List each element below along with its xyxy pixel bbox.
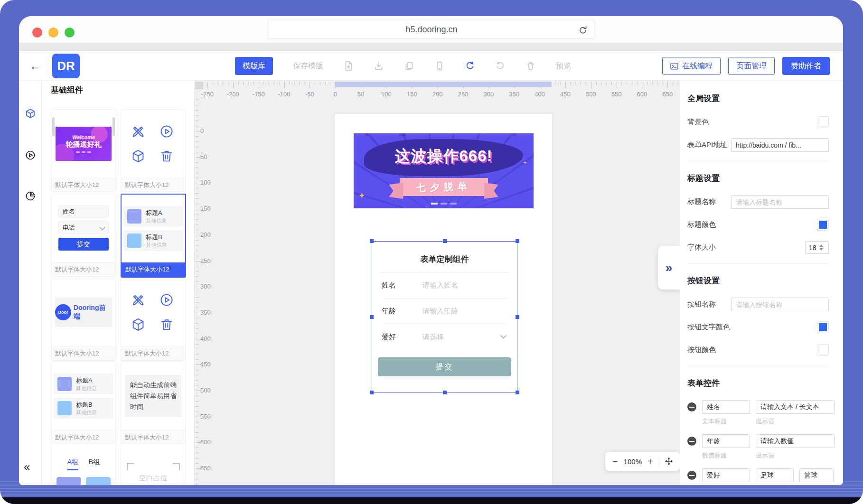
page-manage-button[interactable]: 页面管理: [728, 57, 775, 75]
field-hint-input[interactable]: [756, 434, 835, 448]
component-card-list-selected[interactable]: 标题A其他信息 标题B其他信息 默认字体大小12: [121, 194, 186, 278]
collapse-panel-icon[interactable]: «: [24, 460, 30, 474]
bg-color-swatch[interactable]: [817, 116, 829, 128]
step-up-icon[interactable]: [819, 244, 823, 247]
terminal-icon: [670, 62, 678, 70]
online-coding-button[interactable]: 在线编程: [662, 57, 721, 75]
mini-form-submit: 提交: [58, 238, 109, 251]
field-option-input[interactable]: [799, 468, 834, 482]
banner-carousel-dots: [431, 203, 457, 205]
zoom-out-button[interactable]: −: [612, 457, 618, 466]
copy-icon[interactable]: [404, 61, 414, 71]
page-artboard[interactable]: 这波操作666! 七夕脱单 ✦ ✦ 表单定制组件 姓名: [335, 114, 552, 485]
v-ruler-label: 0: [200, 127, 204, 134]
editor-canvas[interactable]: -250-200-150-100-50050100150200250300350…: [195, 81, 680, 485]
button-name-label: 按钮名称: [687, 300, 716, 309]
components-cube-icon[interactable]: [25, 108, 36, 119]
traffic-lights: [32, 28, 75, 37]
carousel-thumbnail: Welcome 轮播送好礼: [56, 127, 112, 161]
card-caption: 默认字体大小12: [51, 262, 116, 276]
form-control-row-hobby: [687, 468, 829, 482]
mini-form-phone-select: 电话: [58, 222, 109, 233]
trash-icon: [159, 149, 174, 163]
v-ruler-label: 550: [200, 413, 211, 420]
back-arrow-icon[interactable]: ←: [29, 59, 41, 73]
form-control-row-name: 文本标题 提示语: [687, 400, 829, 426]
design-pens-icon: [131, 124, 145, 139]
button-text-color-swatch[interactable]: [817, 321, 829, 333]
tab-a: A组: [67, 458, 78, 470]
form-title: 表单定制组件: [372, 242, 517, 265]
component-card-text[interactable]: 能自动生成前端组件简单易用省时间 默认字体大小12: [121, 362, 186, 445]
field-option-input[interactable]: [756, 468, 794, 482]
zoom-window-button[interactable]: [65, 28, 75, 37]
template-library-button[interactable]: 模版库: [235, 57, 273, 75]
sponsor-button[interactable]: 赞助作者: [782, 57, 830, 75]
form-component-selected[interactable]: 表单定制组件 姓名 请输入姓名 年龄 请输入年龄 爱好 请选择: [372, 241, 517, 392]
cube-icon: [131, 149, 145, 163]
font-size-input[interactable]: [806, 244, 819, 252]
field-title-input[interactable]: [702, 400, 750, 414]
h-ruler-label: 650: [662, 91, 673, 98]
component-card-icon-set[interactable]: 默认字体大小12: [121, 109, 186, 192]
component-card-carousel[interactable]: Welcome 轮播送好礼 默认字体大小12: [51, 109, 116, 192]
address-bar[interactable]: h5.dooring.cn: [268, 20, 595, 39]
mobile-preview-icon[interactable]: [434, 61, 445, 71]
banner-title: 这波操作666!: [354, 146, 534, 167]
component-card-placeholder[interactable]: 空白占位 默认字体大小12: [121, 444, 186, 485]
font-size-stepper[interactable]: [805, 241, 829, 254]
v-ruler-label: 50: [200, 153, 207, 160]
step-down-icon[interactable]: [819, 248, 823, 251]
h-ruler-label: 100: [381, 91, 392, 98]
h-ruler-label: -200: [227, 91, 239, 98]
list-item: 标题A其他信息: [123, 206, 183, 227]
banner-component[interactable]: 这波操作666! 七夕脱单 ✦ ✦: [354, 133, 534, 208]
close-window-button[interactable]: [32, 28, 42, 37]
h-ruler-label: -250: [201, 91, 214, 98]
panel-expander-tab[interactable]: »: [658, 246, 680, 289]
v-ruler-label: 400: [200, 335, 211, 342]
component-card-mini-form[interactable]: 姓名 电话 提交 默认字体大小12: [51, 194, 116, 277]
form-submit-button[interactable]: 提交: [378, 357, 511, 376]
field-title-input[interactable]: [702, 468, 750, 482]
sparkle-icon: ✦: [523, 160, 527, 165]
download-icon[interactable]: [374, 61, 384, 71]
v-ruler-label: 250: [200, 257, 211, 264]
minimize-window-button[interactable]: [48, 28, 58, 37]
remove-field-icon[interactable]: [687, 402, 696, 411]
component-card-list[interactable]: 标题A其他信息 标题B其他信息 默认字体大小12: [51, 362, 116, 445]
zoom-in-button[interactable]: +: [647, 457, 653, 466]
trash-icon: [159, 317, 174, 332]
ruler-corner: [195, 82, 203, 89]
redo-icon[interactable]: [495, 61, 506, 71]
form-api-input[interactable]: [731, 138, 829, 152]
button-color-swatch[interactable]: [817, 344, 829, 356]
carousel-dots: [76, 151, 91, 153]
field-title-input[interactable]: [702, 434, 750, 448]
chart-pie-icon[interactable]: [25, 191, 36, 201]
section-title-settings: 标题设置: [687, 173, 829, 184]
undo-icon[interactable]: [465, 61, 475, 71]
component-card-tabs[interactable]: A组 B组 默认字体大小12: [51, 444, 116, 485]
media-play-icon[interactable]: [25, 150, 36, 160]
button-color-label: 按钮颜色: [687, 345, 716, 355]
preview-button[interactable]: 预览: [556, 61, 571, 71]
title-color-swatch[interactable]: [817, 219, 829, 231]
pan-move-icon[interactable]: [665, 457, 673, 465]
h-ruler-label: 450: [560, 91, 571, 98]
horizontal-ruler: -250-200-150-100-50050100150200250300350…: [195, 81, 680, 99]
remove-field-icon[interactable]: [687, 471, 696, 480]
new-page-icon[interactable]: [343, 61, 354, 71]
delete-icon[interactable]: [525, 61, 536, 71]
app-logo[interactable]: DR: [52, 54, 80, 78]
tab-b: B组: [89, 458, 100, 470]
save-template-button[interactable]: 保存模版: [293, 61, 323, 71]
field-hint-input[interactable]: [756, 400, 835, 414]
component-card-logo[interactable]: Door Dooring前端 默认字体大小12: [51, 278, 116, 361]
button-name-input[interactable]: [731, 298, 829, 311]
reload-icon[interactable]: [578, 25, 588, 35]
title-name-input[interactable]: [731, 195, 829, 209]
remove-field-icon[interactable]: [687, 437, 696, 446]
component-card-icon-set-2[interactable]: 默认字体大小12: [121, 278, 186, 361]
titlebar: h5.dooring.cn: [19, 16, 843, 43]
